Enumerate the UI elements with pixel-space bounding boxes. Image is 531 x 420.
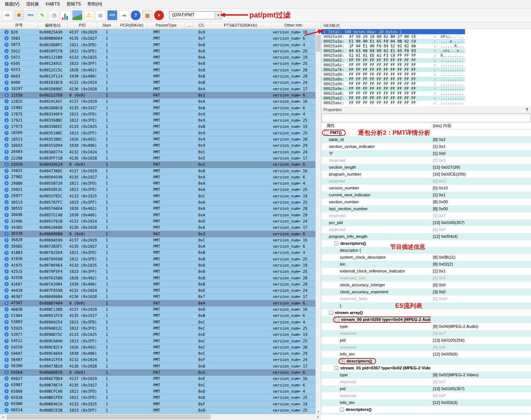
packet-row[interactable]: i539250x009AB12C1022 (0x3FE)1PMT0xCversi…: [0, 325, 316, 331]
menu-item[interactable]: 剪辑TS: [63, 0, 84, 8]
property-row[interactable]: -descriptors(): [321, 240, 531, 247]
hex-line[interactable]: 00025a44:1F 04 E1 00 F0 09 52 01 02 0A: …: [321, 44, 465, 48]
help-icon[interactable]: ?: [131, 10, 141, 20]
property-row[interactable]: '0'[1] 0x0: [321, 150, 531, 157]
property-row[interactable]: descriptor {: [321, 247, 531, 254]
packet-row[interactable]: i355700x006609B80 (0x0)1PAT0x3version_nu…: [0, 231, 316, 237]
expand-icon[interactable]: +: [341, 359, 345, 363]
packet-row[interactable]: i102970x001D89DC4136 (0x1028)1PMT0x4vers…: [0, 86, 316, 92]
packet-row[interactable]: i639870x00B78E744135 (0x1027)1PMT0xCvers…: [0, 382, 316, 388]
packet-row[interactable]: i463070x0084D6B44136 (0x1028)1PMT0x7vers…: [0, 294, 316, 300]
packet-row[interactable]: i419260x007845681022 (0x3FE)1PMT0xBversi…: [0, 256, 316, 262]
property-row[interactable]: reserved[3] 0x7: [321, 212, 531, 219]
packet-row[interactable]: i659800x00BD46104133 (0x1025)1PMT0xFvers…: [0, 401, 316, 407]
packet-row[interactable]: i539770x009AD75C4133 (0x1025)1PMT0xEvers…: [0, 331, 316, 338]
property-row[interactable]: table_id[8] 0x2: [321, 136, 531, 143]
hex-line[interactable]: 00025a4e:04 63 68 69 00 02 E1 65 F0 03: …: [321, 48, 465, 53]
convert-icon[interactable]: ✱: [14, 10, 24, 20]
packet-row[interactable]: i419750x007869644133 (0x1025)1PMT0xDvers…: [0, 262, 316, 268]
packet-row[interactable]: i324060x005CF6284132 (0x1024)1PMT0xDvers…: [0, 218, 316, 224]
column-header[interactable]: 序号: [0, 22, 38, 29]
hex-line[interactable]: 00025a80:FF FF FF FF FF FF FF FF FF FF: …: [321, 72, 465, 77]
property-row[interactable]: type[8] 0x02(MPEG-2 Video): [321, 372, 531, 378]
menu-item[interactable]: 流转换: [23, 0, 42, 8]
packet-row[interactable]: i475670x008874040 (0x0)1PAT0x4version_nu…: [0, 300, 316, 306]
barcode-icon[interactable]: |||: [96, 10, 106, 20]
packet-row[interactable]: i425150x0079F5F41023 (0x3FF)1PMT0xBversi…: [0, 268, 316, 275]
collapse-icon[interactable]: -: [340, 408, 344, 412]
property-row[interactable]: -stream_01 pid=0357 type=0x02 (MPEG-2 Vi…: [321, 365, 531, 372]
scroll-left-icon[interactable]: ◄: [0, 414, 6, 420]
column-header[interactable]: PID: [68, 22, 97, 29]
hex-line[interactable]: 00025a3a:E1 00 00 E1 65 F0 04 0B 02 C0: …: [321, 39, 465, 44]
packet-row[interactable]: i235590x004395240 (0x0)1PAT0x2version_nu…: [0, 161, 316, 168]
column-header[interactable]: PacketType: [147, 22, 185, 29]
packet-row[interactable]: i343020x006266884136 (0x1028)1PMT0x6vers…: [0, 224, 316, 231]
packet-row[interactable]: i128250x0024CA5C4137 (0x1029)1PMT0xAvers…: [0, 98, 316, 105]
filter-combo-value[interactable]: 仅PAT/PMT: [170, 12, 215, 18]
packet-row[interactable]: i418830x007825D41021 (0x3FD)1PMT0xBversi…: [0, 250, 316, 256]
collapse-icon[interactable]: -: [334, 242, 338, 246]
column-header[interactable]: PCR(90KHz): [117, 22, 147, 29]
pes-view-icon[interactable]: PES: [26, 10, 36, 20]
collapse-icon[interactable]: -: [324, 131, 328, 135]
packet-row[interactable]: i425580x007A15881026 (0x402)1PMT0xBversi…: [0, 275, 316, 281]
property-row[interactable]: reserved_1bit[1] 0x1: [321, 275, 531, 282]
property-row[interactable]: current_next_indicator[1] 0x1: [321, 192, 531, 199]
property-row[interactable]: type[8] 0x04(MPEG-2 Audio): [321, 323, 531, 330]
hex-line[interactable]: 00025aa8:FF FF FF FF FF FF FF FF FF FF: …: [321, 91, 465, 96]
packet-row[interactable]: i305130x005787FC1023 (0x3FF)1PMT0xAversi…: [0, 199, 316, 205]
packet-row[interactable]: i39830x000B6D044135 (0x1027)1PMT0x7versi…: [0, 35, 316, 42]
property-row[interactable]: }: [321, 302, 531, 309]
property-row[interactable]: reserved[3] 0x7: [321, 378, 531, 385]
property-row[interactable]: program_number[16] 0x00CE(206): [321, 171, 531, 178]
property-row[interactable]: program_info_length[12] 0x004(4): [321, 233, 531, 240]
hex-line[interactable]: 00025a62:FF FF FF FF FF FF FF FF FF FF: …: [321, 58, 465, 63]
property-row[interactable]: pcr_pid[13] 0x0165(357): [321, 219, 531, 226]
property-row[interactable]: clock_accuracy_interger[6] 0x0: [321, 282, 531, 288]
packet-row[interactable]: i179730x00338EEC4133 (0x1025)1PMT0xBvers…: [0, 123, 316, 130]
property-row[interactable]: version_number[5] 0x10: [321, 185, 531, 192]
property-row[interactable]: info_len[12] 0x009(9): [321, 351, 531, 358]
packet-row[interactable]: i488300x008C13884137 (0x1029)1PMT0xDvers…: [0, 306, 316, 313]
packet-row[interactable]: i8200x00025A304137 (0x1029)1PMT0x9versio…: [0, 29, 316, 35]
packet-row[interactable]: i545590x009C82C41026 (0x402)1PMT0xCversi…: [0, 344, 316, 350]
hex-line[interactable]: 00025a30:47 50 29 19 00 02 B0 27 00 CE: …: [321, 34, 465, 39]
property-row[interactable]: section_number[8] 0x00: [321, 199, 531, 205]
packet-row[interactable]: i546070x009CA6041030 (0x406)1PMT0xCversi…: [0, 350, 316, 357]
packet-row[interactable]: i59720x001121B04133 (0x1025)1PMT0xAversi…: [0, 54, 316, 60]
column-header[interactable]: ...: [185, 22, 193, 29]
hex-line[interactable]: 00025a94:FF FF FF FF FF FF FF FF FF FF: …: [321, 82, 465, 86]
hex-line[interactable]: 00025abc:FF FF FF FF FF FF FF FF FF FF: …: [321, 101, 465, 105]
packet-row[interactable]: i279820x005045484135 (0x1027)1PMT0x9vers…: [0, 174, 316, 180]
packet-row[interactable]: i186030x00355D941030 (0x406)1PMT0x9versi…: [0, 142, 316, 149]
stop-icon[interactable]: ×: [154, 10, 164, 20]
packet-row[interactable]: i66030x0012F1141030 (0x406)1PMT0x8versio…: [0, 73, 316, 79]
packet-row[interactable]: i178750x003346F41021 (0x3FD)1PMT0x9versi…: [0, 111, 316, 117]
pin-icon[interactable]: [525, 108, 529, 111]
packet-row[interactable]: i65530x0012CC5C1026 (0x402)1PMT0x8versio…: [0, 67, 316, 73]
property-row[interactable]: pid[13] 0x0100(256): [321, 337, 531, 344]
property-row[interactable]: -descriptors(): [321, 406, 531, 413]
packet-row[interactable]: i58730x0010D8FC1021 (0x3FD)1PMT0x8versio…: [0, 42, 316, 48]
collapse-icon[interactable]: -: [334, 366, 338, 370]
packet-row[interactable]: i564070x00A1CFE44132 (0x1024)1PMT0xFvers…: [0, 357, 316, 363]
collapse-icon[interactable]: -: [329, 311, 333, 315]
collapse-icon[interactable]: -: [335, 318, 339, 322]
property-row[interactable]: +descriptors(): [321, 358, 531, 365]
packet-row[interactable]: i306060x0057CC481030 (0x406)1PMT0xAversi…: [0, 212, 316, 218]
hex-line[interactable]: 00025a8a:FF FF FF FF FF FF FF FF FF FF: …: [321, 77, 465, 82]
packet-row[interactable]: i59220x0010FCF81022 (0x3FE)1PMT0x8versio…: [0, 48, 316, 54]
package-icon[interactable]: ▦: [142, 10, 152, 20]
property-row[interactable]: section_syntax_indicator[1] 0x1: [321, 143, 531, 150]
packet-row[interactable]: i399850x0072B3FC4135 (0x1027)1PMT0xAvers…: [0, 243, 316, 250]
packet-row[interactable]: i519840x00951FC04135 (0x1027)1PMT0xBvers…: [0, 313, 316, 319]
packet-row[interactable]: i248250x004736DC4137 (0x1029)1PMT0xBvers…: [0, 168, 316, 174]
packet-row[interactable]: i305550x0057A6D41026 (0x402)1PMT0xAversi…: [0, 205, 316, 212]
property-row[interactable]: section_length[12] 0x027(39): [321, 164, 531, 171]
scroll-right-icon[interactable]: ►: [315, 414, 321, 420]
packet-row[interactable]: i538830x009A92541021 (0x3FD)1PMT0xCversi…: [0, 319, 316, 325]
av-settings-icon[interactable]: AV: [2, 10, 12, 20]
property-row[interactable]: external_clock_reference_indicator[1] 0x…: [321, 268, 531, 275]
timing-clock-icon[interactable]: ◷: [49, 10, 59, 20]
